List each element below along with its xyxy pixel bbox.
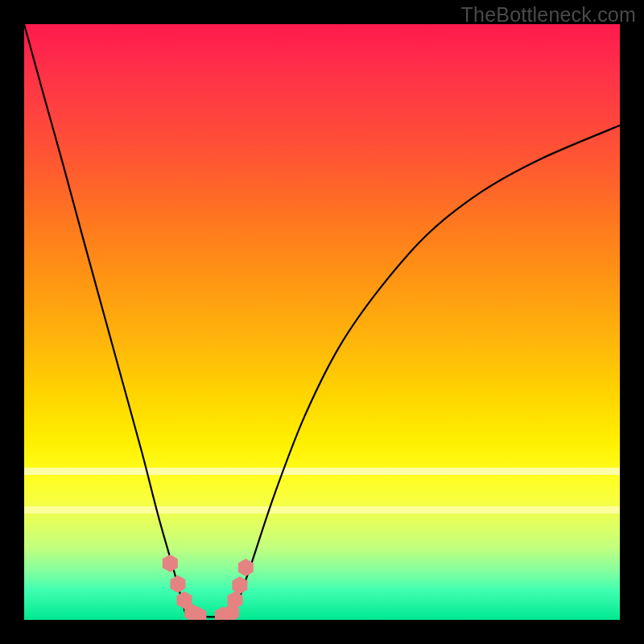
marker-layer <box>163 555 254 620</box>
chart-svg <box>24 24 620 620</box>
right-branch-path <box>233 126 620 614</box>
curve-layer <box>24 24 620 617</box>
left-branch-path <box>24 24 186 614</box>
watermark-text: TheBottleneck.com <box>461 3 636 27</box>
left-markers-marker-1 <box>170 576 185 593</box>
plot-area <box>24 24 620 620</box>
chart-frame: TheBottleneck.com <box>0 0 644 644</box>
right-markers-marker-3 <box>238 559 254 576</box>
left-markers-marker-0 <box>163 555 178 572</box>
